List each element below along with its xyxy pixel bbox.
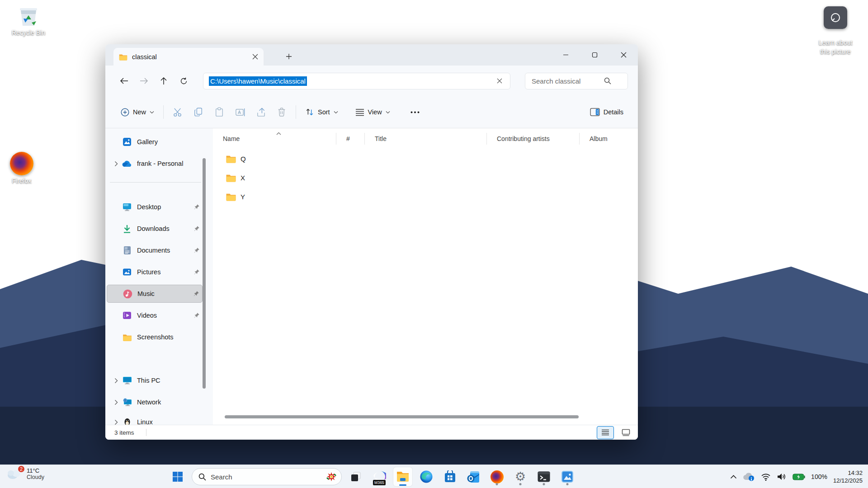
chevron-right-icon[interactable] bbox=[110, 399, 122, 405]
details-pane-icon bbox=[590, 108, 600, 116]
file-explorer-taskbar-button[interactable] bbox=[393, 467, 412, 486]
volume-icon[interactable] bbox=[777, 473, 787, 481]
tab-close-icon[interactable] bbox=[252, 54, 258, 60]
gallery-icon bbox=[122, 137, 132, 147]
chevron-right-icon[interactable] bbox=[110, 161, 122, 167]
outlook-taskbar-button[interactable] bbox=[464, 467, 483, 486]
copilot-m365-button[interactable]: M365 bbox=[370, 467, 389, 486]
column-header-title[interactable]: Title bbox=[365, 128, 487, 149]
search-input[interactable] bbox=[532, 77, 604, 85]
file-row-q[interactable]: Q bbox=[213, 149, 638, 168]
tab-classical[interactable]: classical bbox=[113, 48, 264, 66]
tab-strip: classical bbox=[105, 44, 638, 66]
running-indicator bbox=[543, 483, 545, 485]
search-icon[interactable] bbox=[604, 77, 611, 84]
wifi-icon[interactable] bbox=[761, 473, 771, 481]
cut-button[interactable] bbox=[167, 103, 188, 121]
sidebar-item-videos[interactable]: Videos bbox=[107, 306, 203, 324]
outlook-icon bbox=[467, 470, 480, 483]
edge-icon bbox=[420, 470, 433, 483]
task-view-icon bbox=[350, 471, 361, 482]
new-tab-button[interactable] bbox=[283, 51, 295, 62]
details-button[interactable]: Details bbox=[585, 104, 629, 120]
sidebar-item-documents[interactable]: Documents bbox=[107, 241, 203, 259]
pictures-icon bbox=[122, 267, 132, 277]
copy-button[interactable] bbox=[188, 103, 209, 121]
weather-widget[interactable]: 2 11°C Cloudy bbox=[6, 467, 44, 480]
terminal-taskbar-button[interactable] bbox=[534, 467, 553, 486]
horizontal-scrollbar[interactable] bbox=[225, 415, 579, 418]
paste-button[interactable] bbox=[209, 103, 230, 121]
maximize-button[interactable] bbox=[580, 44, 609, 65]
edge-taskbar-button[interactable] bbox=[417, 467, 436, 486]
file-row-x[interactable]: X bbox=[213, 168, 638, 187]
more-options-button[interactable] bbox=[405, 103, 425, 121]
column-header-number[interactable]: # bbox=[336, 128, 365, 149]
battery-icon[interactable] bbox=[793, 474, 805, 480]
icons-view-toggle[interactable] bbox=[618, 426, 633, 439]
settings-taskbar-button[interactable]: ⚙ bbox=[511, 467, 530, 486]
address-bar[interactable]: C:\Users\hawen\Music\classical bbox=[203, 73, 510, 89]
refresh-button[interactable] bbox=[176, 73, 191, 89]
chevron-right-icon[interactable] bbox=[110, 419, 122, 425]
sidebar-scrollbar[interactable] bbox=[203, 158, 206, 389]
sidebar-item-screenshots[interactable]: Screenshots bbox=[107, 328, 203, 346]
column-header-album[interactable]: Album bbox=[580, 128, 638, 149]
spotlight-tile[interactable] bbox=[824, 6, 847, 29]
sort-button[interactable]: Sort bbox=[300, 104, 344, 120]
chevron-right-icon[interactable] bbox=[110, 378, 122, 384]
column-headers: Name # Title Contributing artists Album bbox=[213, 128, 638, 149]
view-button[interactable]: View bbox=[350, 104, 396, 120]
documents-icon bbox=[122, 245, 132, 255]
file-name: Y bbox=[241, 193, 245, 201]
delete-button[interactable] bbox=[271, 103, 292, 121]
close-button[interactable] bbox=[609, 44, 638, 65]
details-view-toggle[interactable] bbox=[597, 426, 614, 439]
pin-icon bbox=[191, 269, 203, 275]
sidebar-item-gallery[interactable]: Gallery bbox=[107, 133, 203, 151]
rename-button[interactable] bbox=[230, 103, 250, 121]
desktop: Recycle Bin Firefox Learn about this pic… bbox=[0, 0, 868, 488]
music-icon bbox=[123, 289, 132, 299]
sidebar-item-network[interactable]: Network bbox=[107, 393, 203, 411]
minimize-button[interactable] bbox=[551, 44, 580, 65]
sidebar-item-onedrive[interactable]: frank - Personal bbox=[107, 155, 203, 173]
sidebar-item-music[interactable]: Music bbox=[107, 285, 203, 303]
firefox-shortcut[interactable]: Firefox bbox=[10, 152, 33, 184]
task-view-button[interactable] bbox=[346, 467, 365, 486]
up-button[interactable] bbox=[156, 73, 171, 89]
taskbar-search[interactable]: Search bbox=[192, 468, 342, 485]
new-button-label: New bbox=[133, 108, 146, 116]
status-bar: 3 items bbox=[105, 425, 638, 440]
back-button[interactable] bbox=[116, 73, 132, 89]
recycle-bin-shortcut[interactable]: Recycle Bin bbox=[12, 5, 45, 36]
forward-button[interactable] bbox=[136, 73, 151, 89]
onedrive-tray-icon[interactable] bbox=[743, 472, 755, 481]
system-tray: 100% 14:32 12/12/2025 bbox=[730, 465, 863, 488]
file-row-y[interactable]: Y bbox=[213, 187, 638, 206]
search-box[interactable] bbox=[525, 73, 628, 89]
spotlight-widget[interactable]: Learn about this picture bbox=[808, 6, 863, 29]
column-header-contributing-artists[interactable]: Contributing artists bbox=[487, 128, 580, 149]
photos-taskbar-button[interactable] bbox=[558, 467, 577, 486]
navigation-bar: C:\Users\hawen\Music\classical bbox=[105, 66, 638, 96]
hidden-icons-chevron[interactable] bbox=[730, 475, 737, 479]
start-button[interactable] bbox=[168, 467, 187, 486]
sidebar-item-downloads[interactable]: Downloads bbox=[107, 220, 203, 238]
sidebar-item-this-pc[interactable]: This PC bbox=[107, 371, 203, 389]
poinsettia-flower-icon bbox=[326, 471, 337, 482]
microsoft-store-taskbar-button[interactable] bbox=[440, 467, 459, 486]
folder-icon bbox=[226, 174, 236, 182]
sidebar-item-pictures[interactable]: Pictures bbox=[107, 263, 203, 281]
sidebar-item-linux[interactable]: Linux bbox=[107, 413, 203, 425]
address-clear-icon[interactable] bbox=[494, 78, 505, 84]
column-header-name[interactable]: Name bbox=[213, 128, 336, 149]
clock[interactable]: 14:32 12/12/2025 bbox=[833, 469, 863, 484]
firefox-taskbar-button[interactable] bbox=[487, 467, 506, 486]
windows-logo-icon bbox=[172, 471, 183, 482]
sort-button-label: Sort bbox=[318, 108, 330, 116]
new-button[interactable]: New bbox=[115, 104, 160, 120]
photos-icon bbox=[561, 470, 574, 483]
share-button[interactable] bbox=[250, 103, 271, 121]
sidebar-item-desktop[interactable]: Desktop bbox=[107, 198, 203, 216]
